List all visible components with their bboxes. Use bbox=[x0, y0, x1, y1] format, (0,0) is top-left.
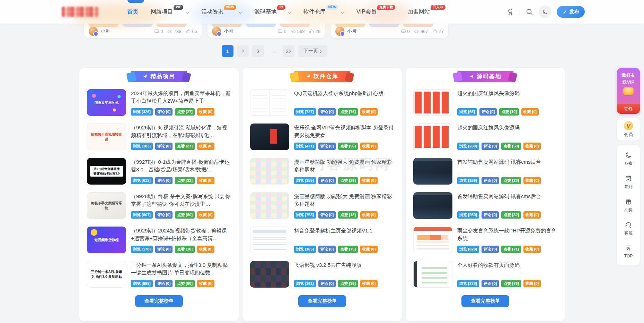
item-thumbnail[interactable] bbox=[413, 124, 452, 150]
ranking-item[interactable]: 首发辅助售卖网站源码 讯睿cms后台浏览 [189]评论 [0]点赞 [23]收… bbox=[413, 158, 557, 185]
red-packet-ribbon: 红包 bbox=[617, 104, 640, 114]
ranking-item[interactable]: 三分钟一条AI头条爆文 插件3.0 复制粘贴三分钟一条AI头条爆文，插件3.0 … bbox=[87, 261, 231, 288]
stat-value: 0 bbox=[284, 29, 286, 34]
medal-icon[interactable] bbox=[506, 8, 514, 16]
ranking-item[interactable]: 安乐视 全网VIP蓝光视频解析脚本 免登录付费影视免费看浏览 [471]评论 [… bbox=[250, 124, 394, 150]
item-thumbnail[interactable] bbox=[250, 158, 289, 185]
invite-vip-card[interactable]: 邀好友 送VIP 红包 bbox=[617, 68, 640, 114]
nav-item[interactable]: 活动资讯NEW bbox=[201, 0, 242, 24]
metric-badge-comments: 评论 [0] bbox=[155, 108, 173, 116]
ranking-item[interactable]: 短视频带货教程（9929期）2024短视频带货教程，剪辑课+运营课+直播课+拍摄… bbox=[87, 227, 231, 253]
sidebar-tool-top[interactable]: TOP bbox=[617, 240, 640, 263]
view-full-ranking-button[interactable]: 查看完整榜单 bbox=[461, 295, 509, 307]
nav-item[interactable]: 加盟网站日入2k bbox=[408, 0, 445, 24]
nav-item[interactable]: 软件仓库NEW bbox=[303, 0, 344, 24]
ranking-item[interactable]: 超火的国庆红旗风头像源码浏览 [238]评论 [0]点赞 [58]收藏 [0] bbox=[413, 124, 557, 150]
vip-coin-icon: V bbox=[624, 121, 633, 130]
author-name[interactable]: 小哥 bbox=[347, 28, 357, 34]
post-card-partial[interactable]: 小哥073865 bbox=[84, 24, 202, 38]
sidebar-tool-moon[interactable]: 昼夜 bbox=[617, 147, 640, 171]
ranking-item[interactable]: 短视频引流私域转化课（9926期）短视频引流 私域转化课，短视频精准引流私域，在… bbox=[87, 124, 231, 150]
vip-member-card[interactable]: V 会员 bbox=[617, 118, 640, 141]
item-thumbnail[interactable]: 终极杀手文案撰写系统 bbox=[87, 192, 126, 219]
item-thumbnail[interactable] bbox=[250, 192, 289, 219]
ranking-item[interactable]: 终极杀手文案撰写系统（9928期）终极 杀手文案-撰写系统 只要你掌握了这些秘诀… bbox=[87, 192, 231, 219]
nav-item[interactable]: 网络项目VIP bbox=[151, 0, 189, 24]
item-metrics: 浏览 [189]评论 [0]点赞 [23]收藏 [0] bbox=[457, 177, 557, 184]
metric-badge-likes: 点赞 [75] bbox=[338, 246, 358, 253]
nav-item[interactable]: VIP会员免费下载 bbox=[356, 0, 395, 24]
metric-badge-favorites: 收藏 [0] bbox=[523, 246, 541, 253]
item-thumbnail[interactable] bbox=[250, 124, 289, 150]
main-menu: 首页网络项目VIP活动资讯NEW源码基地99软件仓库NEWVIP会员免费下载加盟… bbox=[127, 0, 445, 24]
page-button-1[interactable]: 1 bbox=[222, 45, 233, 57]
sidebar-tool-checkin[interactable]: 签到 bbox=[617, 171, 640, 194]
next-page-button[interactable]: 下一页› bbox=[298, 45, 327, 57]
item-thumbnail[interactable]: 短视频引流私域转化课 bbox=[87, 124, 126, 150]
item-title: 首发辅助售卖网站源码 讯睿cms后台 bbox=[457, 158, 557, 166]
page-button-32[interactable]: 32 bbox=[283, 45, 294, 57]
metric-badge-views: 浏览 [326] bbox=[131, 108, 153, 116]
metric-badge-comments: 评论 [0] bbox=[482, 177, 499, 184]
post-stats: 073865 bbox=[154, 29, 197, 34]
item-metrics: 浏览 [65]评论 [0]点赞 [19]收藏 [0] bbox=[457, 108, 557, 116]
item-thumbnail[interactable]: 短视频带货教程 bbox=[87, 227, 126, 253]
item-thumbnail[interactable] bbox=[413, 192, 452, 219]
publish-button[interactable]: 发布 bbox=[557, 6, 585, 18]
tool-label: 抽奖 bbox=[624, 207, 633, 213]
dark-mode-toggle[interactable] bbox=[539, 6, 551, 18]
item-thumbnail[interactable] bbox=[413, 261, 452, 288]
item-thumbnail[interactable]: 闲鱼卖苹果耳机 bbox=[87, 89, 126, 116]
item-thumbnail[interactable] bbox=[413, 158, 452, 185]
avatar[interactable] bbox=[212, 27, 221, 36]
metric-badge-views: 浏览 [807] bbox=[131, 211, 153, 219]
ranking-item[interactable]: 超火的国庆红旗风头像源码浏览 [65]评论 [0]点赞 [19]收藏 [0] bbox=[413, 89, 557, 116]
ranking-item[interactable]: 个人好看的收款有页面源码浏览 [378]评论 [0]点赞 [79]收藏 [0] bbox=[413, 261, 557, 288]
item-thumbnail[interactable]: 从0-1成为金牌直播 橱窗商品卡运营3.0 bbox=[87, 158, 126, 185]
item-body: 三分钟一条AI头条爆文，插件3.0 复制粘贴一键生成抄书图片 单日变现四位数浏览… bbox=[131, 261, 231, 288]
item-thumbnail[interactable]: 三分钟一条AI头条爆文 插件3.0 复制粘贴 bbox=[87, 261, 126, 288]
author-name[interactable]: 小哥 bbox=[100, 28, 110, 34]
ranking-item[interactable]: 闲鱼卖苹果耳机2024年最火爆的项目，闲鱼卖苹果耳机，新手小白轻松月入2W+简单… bbox=[87, 89, 231, 116]
site-logo[interactable] bbox=[62, 7, 98, 17]
item-thumbnail[interactable] bbox=[250, 227, 289, 253]
ranking-item[interactable]: 飞语影视 v3.2.5去广告纯净版浏览 [161]评论 [0]点赞 [39]收藏… bbox=[250, 261, 394, 288]
ranking-columns: 精品项目闲鱼卖苹果耳机2024年最火爆的项目，闲鱼卖苹果耳机，新手小白轻松月入2… bbox=[79, 68, 565, 321]
item-body: 飞语影视 v3.2.5去广告纯净版浏览 [161]评论 [0]点赞 [39]收藏… bbox=[294, 261, 394, 288]
column-title-ribbon: 精品项目 bbox=[131, 71, 187, 82]
sidebar-tool-headset[interactable]: 客服 bbox=[617, 217, 640, 240]
item-thumbnail[interactable] bbox=[413, 89, 452, 116]
comment-icon bbox=[401, 29, 406, 34]
sidebar-tool-gift[interactable]: 抽奖 bbox=[617, 194, 640, 217]
author-name[interactable]: 小哥 bbox=[224, 28, 233, 34]
page-button-2[interactable]: 2 bbox=[237, 45, 249, 57]
tool-label: TOP bbox=[624, 254, 633, 258]
view-full-ranking-button[interactable]: 查看完整榜单 bbox=[298, 295, 346, 307]
pencil-icon bbox=[563, 10, 567, 14]
gift-icon bbox=[625, 198, 632, 205]
ranking-item[interactable]: 漫画星糖简版 功能强大 免费漫画 独家精彩 多种题材浏览 [185]评论 [0]… bbox=[250, 158, 394, 185]
search-icon[interactable] bbox=[526, 8, 533, 16]
avatar[interactable] bbox=[89, 27, 98, 36]
stat: 65 bbox=[186, 29, 197, 34]
item-thumbnail[interactable] bbox=[250, 261, 289, 288]
ranking-item[interactable]: 首发辅助售卖网站源码 讯睿cms后台浏览 [959]评论 [0]点赞 [32]收… bbox=[413, 192, 557, 219]
ranking-item[interactable]: 漫画星糖简版 功能强大 免费漫画 独家精彩 多种题材浏览 [758]评论 [0]… bbox=[250, 192, 394, 219]
item-title: 三分钟一条AI头条爆文，插件3.0 复制粘贴一键生成抄书图片 单日变现四位数 bbox=[131, 261, 231, 277]
metric-badge-views: 浏览 [727] bbox=[294, 108, 316, 116]
nav-item[interactable]: 首页 bbox=[127, 0, 138, 24]
ranking-item[interactable]: 从0-1成为金牌直播 橱窗商品卡运营3.0（9927期）0-1成为金牌直播-橱窗… bbox=[87, 158, 231, 185]
avatar[interactable] bbox=[335, 27, 344, 36]
tool-label: 昼夜 bbox=[624, 161, 633, 167]
ranking-item[interactable]: 抖音免登录解析主页全部视频V1.1浏览 [185]评论 [0]点赞 [75]收藏… bbox=[250, 227, 394, 253]
nav-item[interactable]: 源码基地99 bbox=[254, 0, 291, 24]
page-button-3[interactable]: 3 bbox=[252, 45, 264, 57]
item-title: （9926期）短视频引流 私域转化课，短视频精准引流私域，在私域高效转化… bbox=[131, 124, 231, 139]
metric-badge-favorites: 收藏 [0] bbox=[197, 246, 215, 253]
item-thumbnail[interactable] bbox=[250, 89, 289, 116]
view-full-ranking-button[interactable]: 查看完整榜单 bbox=[135, 295, 183, 307]
ranking-item[interactable]: 雨尘交友盲盒系统一款PHP开源免费的盲盒系统浏览 [828]评论 [0]点赞 [… bbox=[413, 227, 557, 253]
metric-badge-views: 浏览 [959] bbox=[457, 211, 479, 219]
item-thumbnail[interactable] bbox=[413, 227, 452, 253]
ranking-item[interactable]: QQ云端机器人登录系统php源码开心版浏览 [727]评论 [0]点赞 [76]… bbox=[250, 89, 394, 116]
